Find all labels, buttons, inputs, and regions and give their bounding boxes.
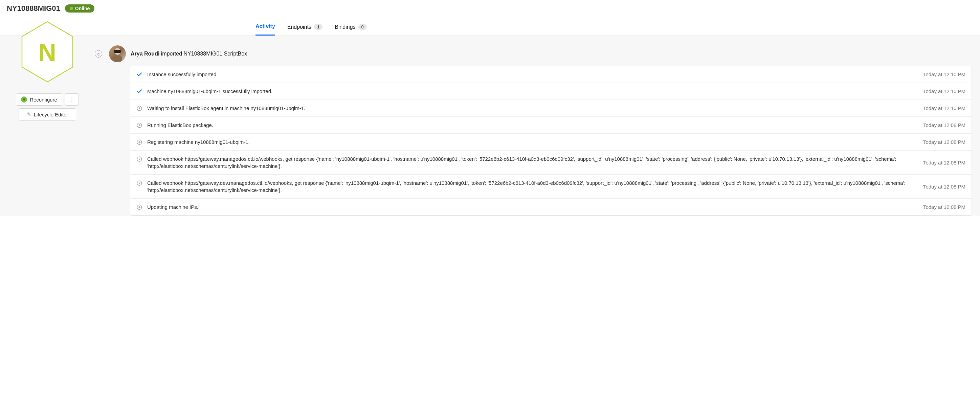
instance-hexagon: N xyxy=(10,20,85,84)
svg-rect-12 xyxy=(139,183,140,184)
log-message: Instance successfully imported. xyxy=(147,71,912,78)
log-row: Registering machine ny10888mig01-ubqim-1… xyxy=(130,134,972,151)
user-avatar xyxy=(109,45,126,62)
tab-count: 1 xyxy=(314,24,323,30)
log-message: Updating machine IPs. xyxy=(147,204,912,210)
check-icon xyxy=(136,88,142,94)
feed-action: imported xyxy=(161,51,182,57)
plus-icon xyxy=(136,204,142,210)
log-message: Machine ny10888mig01-ubqim-1 successfull… xyxy=(147,87,912,95)
log-row: Called webhook https://gateway.dev.manag… xyxy=(130,175,972,199)
main: c Arya Roudi imported NY10888MIG01 Scrip… xyxy=(95,36,980,216)
more-actions-button[interactable]: ⋮ xyxy=(65,94,79,106)
svg-point-11 xyxy=(139,182,140,183)
info-icon xyxy=(136,180,142,186)
pencil-icon: ✎ xyxy=(27,111,31,118)
log-row: Instance successfully imported.Today at … xyxy=(130,66,972,83)
sidebar-divider xyxy=(14,128,81,128)
tab-activity[interactable]: Activity xyxy=(256,18,275,35)
feed-user: Arya Roudi xyxy=(130,51,159,57)
tab-label: Bindings xyxy=(335,24,355,30)
clock-icon xyxy=(136,122,142,128)
log-time: Today at 12:08 PM xyxy=(923,139,966,145)
log-time: Today at 12:10 PM xyxy=(923,88,966,94)
log-row: Called webhook https://gateway.managedos… xyxy=(130,151,972,175)
log-message: Called webhook https://gateway.managedos… xyxy=(147,155,912,170)
lifecycle-editor-button[interactable]: ✎ Lifecycle Editor xyxy=(19,108,76,121)
log-row: Updating machine IPs.Today at 12:08 PM xyxy=(130,199,972,215)
dots-vertical-icon: ⋮ xyxy=(69,99,75,100)
tab-label: Endpoints xyxy=(287,24,311,30)
log-time: Today at 12:08 PM xyxy=(923,204,966,210)
log-time: Today at 12:08 PM xyxy=(923,160,966,165)
topbar: NY10888MIG01 Online xyxy=(0,0,980,14)
tab-label: Activity xyxy=(256,23,275,29)
tabs: Activity Endpoints 1 Bindings 0 xyxy=(0,18,980,36)
svg-rect-9 xyxy=(139,159,140,161)
gear-icon: ✽ xyxy=(21,97,27,103)
reconfigure-button[interactable]: ✽ Reconfigure xyxy=(16,94,62,106)
log-row: Waiting to install ElasticBox agent in m… xyxy=(130,100,972,117)
feed-header: c Arya Roudi imported NY10888MIG01 Scrip… xyxy=(95,45,972,62)
log-message: Called webhook https://gateway.dev.manag… xyxy=(147,180,912,194)
lifecycle-label: Lifecycle Editor xyxy=(34,112,68,118)
tab-bindings[interactable]: Bindings 0 xyxy=(335,18,367,35)
sidebar: N ✽ Reconfigure ⋮ ✎ Lifecycle Editor xyxy=(0,36,95,216)
hexagon-icon: N xyxy=(19,20,76,84)
clock-icon xyxy=(136,105,142,111)
reconfigure-label: Reconfigure xyxy=(30,97,57,103)
feed-title: Arya Roudi imported NY10888MIG01 ScriptB… xyxy=(130,51,247,57)
svg-rect-2 xyxy=(114,50,121,53)
plus-icon xyxy=(136,139,142,145)
check-icon xyxy=(136,72,142,78)
log-time: Today at 12:08 PM xyxy=(923,184,966,189)
content: N ✽ Reconfigure ⋮ ✎ Lifecycle Editor xyxy=(0,36,980,216)
svg-point-8 xyxy=(139,158,140,158)
log-time: Today at 12:10 PM xyxy=(923,72,966,77)
svg-rect-3 xyxy=(113,56,122,62)
status-dot-icon xyxy=(70,7,73,10)
lifecycle-row: ✎ Lifecycle Editor xyxy=(10,108,85,121)
activity-log: Instance successfully imported.Today at … xyxy=(130,66,972,216)
log-message: Waiting to install ElasticBox agent in m… xyxy=(147,105,912,112)
log-row: Machine ny10888mig01-ubqim-1 successfull… xyxy=(130,83,972,100)
tab-endpoints[interactable]: Endpoints 1 xyxy=(287,18,323,35)
source-icon: c xyxy=(95,50,102,57)
log-message: Running ElasticBox package. xyxy=(147,121,912,129)
instance-name: NY10888MIG01 xyxy=(7,4,60,13)
hexagon-letter: N xyxy=(38,39,56,66)
status-label: Online xyxy=(75,6,90,11)
page: NY10888MIG01 Online Activity Endpoints 1… xyxy=(0,0,980,216)
status-badge: Online xyxy=(65,5,95,13)
feed-object: NY10888MIG01 ScriptBox xyxy=(184,51,247,57)
info-icon xyxy=(136,156,142,162)
tab-count: 0 xyxy=(358,24,367,30)
log-row: Running ElasticBox package.Today at 12:0… xyxy=(130,117,972,134)
log-time: Today at 12:10 PM xyxy=(923,105,966,111)
log-time: Today at 12:08 PM xyxy=(923,122,966,128)
left-buttons: ✽ Reconfigure ⋮ xyxy=(10,94,85,106)
log-message: Registering machine ny10888mig01-ubqim-1… xyxy=(147,138,912,146)
